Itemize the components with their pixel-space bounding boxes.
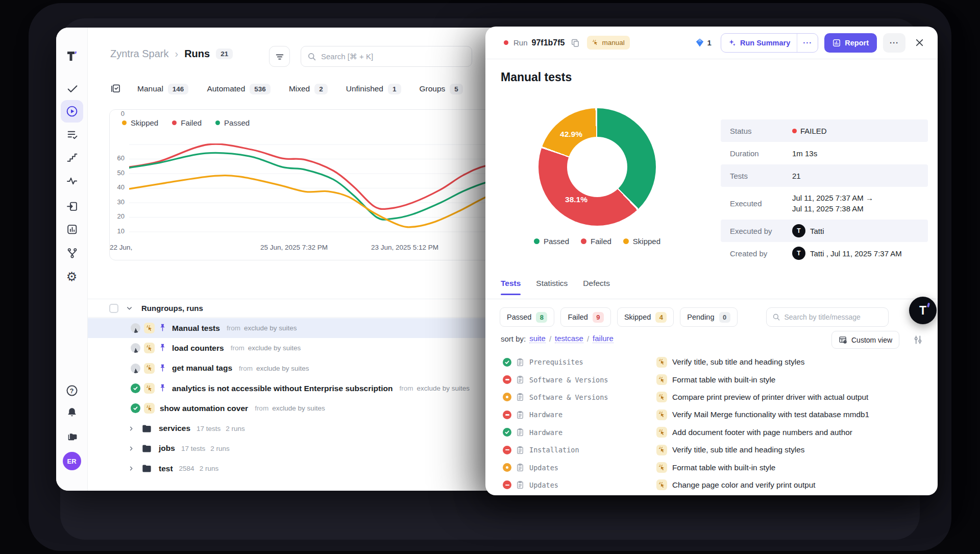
more-actions-button[interactable]: ··· <box>883 33 905 53</box>
test-row[interactable]: Software & Versions Compare print previe… <box>485 389 938 406</box>
test-title[interactable]: Compare print preview of printer driver … <box>672 393 868 402</box>
report-button[interactable]: Report <box>824 33 877 53</box>
run-type-tab[interactable]: Mixed 2 <box>289 84 328 94</box>
run-type-tab[interactable]: Automated 536 <box>207 84 271 94</box>
expand-chevron-icon[interactable] <box>128 425 135 432</box>
test-suite-name[interactable]: Hardware <box>529 411 562 419</box>
run-summary-button[interactable]: Run Summary ··· <box>721 33 818 53</box>
drawer-tab[interactable]: Defects <box>583 279 610 295</box>
close-icon[interactable] <box>915 38 924 47</box>
tests-list: Prerequisites Verify title, sub title an… <box>485 353 938 495</box>
expand-chevron-icon[interactable] <box>128 465 135 472</box>
test-suite-name[interactable]: Updates <box>529 481 558 489</box>
test-row[interactable]: Software & Versions Format table with bu… <box>485 371 938 388</box>
sort-link[interactable]: suite <box>529 334 546 343</box>
global-search[interactable] <box>301 46 472 67</box>
test-row[interactable]: Updates Change page color and verify pri… <box>485 476 938 494</box>
y-tick: 50 <box>110 169 125 177</box>
sidebar-item-tests-icon[interactable] <box>66 83 78 94</box>
sidebar-item-analytics-icon[interactable] <box>66 224 78 235</box>
tests-search-input[interactable] <box>785 313 883 321</box>
test-title[interactable]: Change page color and verify print outpu… <box>672 480 816 490</box>
filter-button[interactable] <box>269 46 290 67</box>
run-title-heading: Manual tests <box>501 70 572 84</box>
test-suite-name[interactable]: Updates <box>529 464 558 472</box>
test-title[interactable]: Verify Mail Merge functionality with tes… <box>672 410 869 419</box>
legend-item[interactable]: Passed <box>215 118 250 127</box>
folder-name: jobs <box>159 444 175 453</box>
collapse-chevron-icon[interactable] <box>126 304 133 312</box>
drawer-header: Run 97f1b7f5 manual 1 Run Summary ··· <box>485 27 938 59</box>
test-row[interactable] <box>485 494 938 495</box>
test-title[interactable]: Verify title, sub title and heading styl… <box>672 445 804 454</box>
sidebar-item-plans-icon[interactable] <box>66 129 78 140</box>
test-row[interactable]: Prerequisites Verify title, sub title an… <box>485 353 938 371</box>
tests-search[interactable] <box>766 307 889 327</box>
test-row[interactable]: Hardware Add document footer with page n… <box>485 424 938 441</box>
sort-link[interactable]: testcase <box>555 334 583 343</box>
run-from-label: from <box>255 404 268 412</box>
legend-item[interactable]: Failed <box>172 118 202 127</box>
test-status-icon <box>503 480 511 489</box>
select-all-checklist-icon[interactable] <box>110 83 121 95</box>
legend-dot <box>122 121 127 125</box>
projects-folders-icon[interactable] <box>66 431 78 443</box>
test-suite-name[interactable]: Software & Versions <box>529 376 608 384</box>
status-filters: Passed 8 Failed 9 Skipped 4 Pending 0 <box>500 307 889 327</box>
run-summary-more[interactable]: ··· <box>797 38 818 47</box>
pin-icon <box>158 343 167 353</box>
sort-controls: sort by: suite / testcase / failure <box>501 334 614 343</box>
test-suite-name[interactable]: Installation <box>529 446 579 454</box>
sort-link[interactable]: failure <box>593 334 614 343</box>
test-title[interactable]: Verify title, sub title and heading styl… <box>672 357 804 367</box>
legend-item[interactable]: Skipped <box>122 118 158 127</box>
notifications-bell-icon[interactable] <box>66 407 78 419</box>
app-logo-icon[interactable] <box>64 49 80 64</box>
status-filter-chip[interactable]: Failed 9 <box>560 307 611 327</box>
user-avatar[interactable]: ER <box>63 452 81 470</box>
run-detail-drawer: Run 97f1b7f5 manual 1 Run Summary ··· <box>485 27 938 495</box>
drawer-tab[interactable]: Tests <box>501 279 521 295</box>
status-filter-chip[interactable]: Skipped 4 <box>617 307 674 327</box>
jira-counter[interactable]: 1 <box>695 38 712 47</box>
tab-label: Mixed <box>289 84 310 93</box>
select-all-checkbox[interactable] <box>109 304 118 313</box>
status-filter-chip[interactable]: Pending 0 <box>680 307 737 327</box>
legend-label: Failed <box>591 237 611 246</box>
sidebar-item-milestones-icon[interactable] <box>66 152 78 163</box>
run-label: Run <box>513 38 528 47</box>
sidebar-item-branches-icon[interactable] <box>66 247 78 259</box>
test-suite-name[interactable]: Hardware <box>529 428 562 437</box>
test-row[interactable]: Installation Verify title, sub title and… <box>485 441 938 459</box>
test-title[interactable]: Add document footer with page numbers an… <box>672 428 852 437</box>
sidebar-item-import-icon[interactable] <box>66 201 78 212</box>
x-tick: 22 Jun, <box>110 244 132 251</box>
status-filter-chip[interactable]: Passed 8 <box>500 307 554 327</box>
sidebar-item-pulse-icon[interactable] <box>66 175 78 187</box>
test-row[interactable]: Hardware Verify Mail Merge functionality… <box>485 406 938 423</box>
help-icon[interactable]: ? <box>66 386 77 396</box>
filter-lines-icon <box>275 52 285 62</box>
detail-label: Duration <box>730 149 792 158</box>
assistant-fab[interactable]: T <box>909 297 937 324</box>
test-title[interactable]: Format table with built-in style <box>672 463 775 472</box>
copy-icon[interactable] <box>571 38 580 47</box>
run-type-tab[interactable]: Groups 5 <box>420 84 463 94</box>
test-title[interactable]: Format table with built-in style <box>672 375 775 384</box>
test-suite-name[interactable]: Software & Versions <box>529 393 608 401</box>
breadcrumb-project[interactable]: Zyntra Spark <box>110 48 168 60</box>
test-row[interactable]: Updates Format table with built-in style <box>485 459 938 476</box>
sidebar-item-settings-icon[interactable]: ⚙ <box>66 271 78 283</box>
drawer-tab[interactable]: Statistics <box>536 279 568 295</box>
custom-view-button[interactable]: Custom view <box>831 331 899 349</box>
view-options-sliders-icon[interactable] <box>913 335 923 345</box>
run-type-tab[interactable]: Unfinished 1 <box>346 84 401 94</box>
sidebar-item-runs-icon[interactable] <box>61 100 83 123</box>
run-title: load counters <box>172 344 224 353</box>
tab-label: Groups <box>420 84 446 93</box>
test-suite-name[interactable]: Prerequisites <box>529 358 583 366</box>
run-type-tab[interactable]: Manual 146 <box>137 84 188 94</box>
expand-chevron-icon[interactable] <box>128 445 135 452</box>
search-input[interactable] <box>321 52 465 61</box>
run-status-icon <box>131 323 140 333</box>
